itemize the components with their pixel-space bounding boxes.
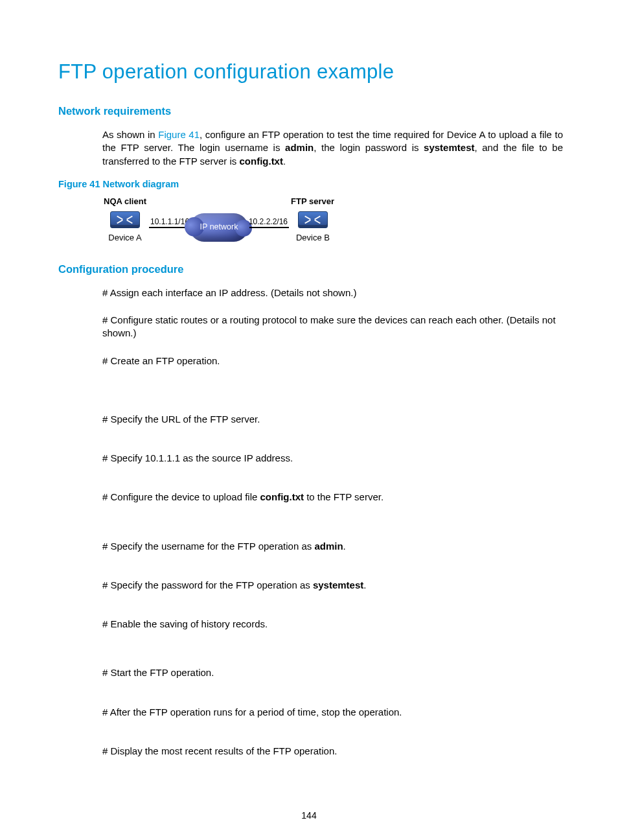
- step: # Configure the device to upload file co…: [102, 491, 563, 504]
- heading-configuration-procedure: Configuration procedure: [58, 262, 563, 276]
- step: # Configure static routes or a routing p…: [102, 314, 563, 340]
- cloud-label: IP network: [200, 222, 238, 233]
- cloud-icon: IP network: [190, 213, 248, 242]
- text: # Configure the device to upload file: [102, 491, 260, 502]
- figure-link[interactable]: Figure 41: [158, 129, 200, 140]
- text: , the login password is: [314, 142, 424, 153]
- bold-username: admin: [285, 142, 314, 153]
- link-line: 10.2.2.2/16: [249, 227, 289, 228]
- label-ftp-server: FTP server: [291, 196, 334, 207]
- text: As shown in: [102, 129, 158, 140]
- link-line: 10.1.1.1/16: [149, 227, 189, 228]
- figure-caption: Figure 41 Network diagram: [58, 178, 563, 191]
- step: # Display the most recent results of the…: [102, 745, 563, 758]
- text: # Specify the username for the FTP opera…: [102, 541, 314, 552]
- step: # Create an FTP operation.: [102, 355, 563, 368]
- label-nqa-client: NQA client: [104, 196, 146, 207]
- switch-icon: [298, 211, 328, 228]
- bold-password: systemtest: [424, 142, 474, 153]
- page-title: FTP operation configuration example: [58, 58, 563, 86]
- requirements-paragraph: As shown in Figure 41, configure an FTP …: [102, 128, 563, 168]
- step: # Start the FTP operation.: [102, 666, 563, 679]
- heading-network-requirements: Network requirements: [58, 104, 563, 118]
- text: to the FTP server.: [304, 491, 383, 502]
- ip-left: 10.1.1.1/16: [150, 216, 189, 227]
- text: .: [363, 579, 366, 590]
- bold-username: admin: [314, 541, 343, 552]
- label-device-a: Device A: [108, 232, 141, 244]
- step: # Enable the saving of history records.: [102, 618, 563, 631]
- bold-filename: config.txt: [239, 156, 283, 167]
- step: # Specify 10.1.1.1 as the source IP addr…: [102, 452, 563, 465]
- step: # Specify the username for the FTP opera…: [102, 540, 563, 553]
- bold-password: systemtest: [313, 579, 363, 590]
- step: # After the FTP operation runs for a per…: [102, 706, 563, 719]
- text: # Specify the password for the FTP opera…: [102, 579, 313, 590]
- step: # Assign each interface an IP address. (…: [102, 286, 563, 299]
- label-device-b: Device B: [296, 232, 330, 244]
- step: # Specify the password for the FTP opera…: [102, 579, 563, 592]
- switch-icon: [110, 211, 140, 228]
- ip-right: 10.2.2.2/16: [249, 216, 288, 227]
- step: # Specify the URL of the FTP server.: [102, 413, 563, 426]
- bold-filename: config.txt: [260, 491, 304, 502]
- text: .: [283, 156, 286, 167]
- network-diagram: NQA client FTP server Device A 10.1.1.1/…: [102, 196, 336, 243]
- text: .: [343, 541, 346, 552]
